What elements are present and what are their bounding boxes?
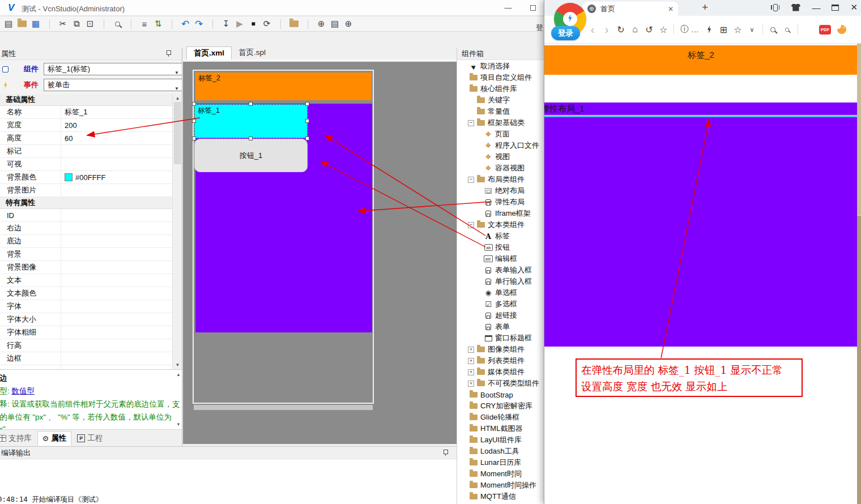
tree-item[interactable]: LayUI组件库 [457,434,545,446]
tree-item[interactable]: 程序入口文件 [457,140,545,151]
tree-item[interactable]: Lunar日历库 [457,457,545,468]
property-value[interactable]: 200 [61,121,77,130]
tree-expander[interactable]: + [468,347,474,353]
property-row[interactable]: 边框 [0,352,172,365]
property-value[interactable]: #00FFFF [61,173,105,182]
toolbar-icon[interactable] [111,18,123,30]
canvas-horizontal-scrollbar[interactable] [194,405,373,410]
event-selector[interactable]: 被单击▼ [44,79,182,91]
toolbar-icon[interactable]: ▤ [2,18,15,30]
pin-icon[interactable] [442,449,449,456]
property-row[interactable]: 字体大小 [0,313,172,326]
login-button[interactable]: 登录 [551,26,580,40]
tree-item[interactable]: 按钮 [457,242,545,253]
back-icon[interactable]: ‹ [589,23,596,36]
property-row[interactable]: 字体 [0,300,172,313]
tree-item[interactable]: − 文本类组件 [457,219,545,230]
tree-expander[interactable]: + [468,381,474,387]
selection-handle[interactable] [192,119,196,123]
tree-expander[interactable]: − [468,120,474,126]
search-icon[interactable] [769,27,777,32]
pin-icon[interactable] [165,50,172,57]
refresh-icon[interactable]: ↻ [617,24,625,35]
tree-item[interactable]: 标签 [457,230,545,242]
tree-item[interactable]: 单行输入框 [457,276,545,287]
toolbar-icon[interactable] [97,18,110,30]
tree-item[interactable]: 核心组件库 [457,83,545,95]
canvas-label1-selected[interactable]: 标签_1 [194,104,308,138]
toolbar-icon[interactable]: ↧ [220,18,232,30]
tab-properties[interactable]: ⚙属性 [37,431,72,446]
tree-item[interactable]: + 媒体类组件 [457,366,545,378]
tab-close-icon[interactable]: ✕ [668,5,674,13]
component-selector[interactable]: 标签_1(标签)▼ [44,63,182,75]
tree-item[interactable]: 表单输入框 [457,264,545,276]
selection-handle[interactable] [249,136,253,140]
tree-item[interactable]: 表单 [457,321,545,332]
property-row[interactable]: 高度 60 [0,132,172,145]
property-row[interactable]: 背景图片 [0,184,172,197]
property-grid-scrollbar[interactable]: ▲ ▼ [172,94,182,369]
property-row[interactable]: 特有属性 [0,197,172,209]
tree-item[interactable]: MQTT通信 [457,491,545,502]
night-mode-moon-icon[interactable] [837,25,846,34]
property-row[interactable]: 背景图像 [0,261,172,274]
scroll-up-icon[interactable]: ▲ [173,96,182,101]
restore-session-icon[interactable]: ↺ [645,24,653,35]
toolbar-icon[interactable]: ▦ [29,18,42,30]
selection-handle[interactable] [305,119,309,123]
tree-item[interactable]: CRY加密解密库 [457,400,545,412]
browser-maximize-button[interactable] [832,5,839,11]
tree-item[interactable]: Moment时间操作 [457,480,545,491]
tree-item[interactable]: 多选框 [457,298,545,310]
toolbar-icon[interactable] [301,18,314,30]
toolbar-icon[interactable] [43,18,56,30]
scroll-down-icon[interactable]: ▼ [173,362,182,368]
toolbar-icon[interactable]: ↷ [193,18,205,30]
site-info-icon[interactable]: ⓘ [680,24,688,35]
tab-support-libs[interactable]: 支持库 [0,431,36,446]
toolbar-icon[interactable]: ↶ [179,18,191,30]
property-row[interactable]: ID [0,209,172,222]
toolbar-icon[interactable]: ✂ [57,18,69,30]
tab-project[interactable]: P工程 [73,431,107,446]
canvas-label2[interactable]: 标签_2 [195,72,372,100]
tree-item[interactable]: 窗口标题框 [457,332,545,344]
toolbar-icon[interactable]: ⧉ [70,18,83,30]
property-row[interactable]: 行高 [0,339,172,352]
toolbar-icon[interactable]: ≡ [138,18,151,30]
document-tab[interactable]: 首页.spl [232,46,272,59]
tree-item[interactable]: − 框架基础类 [457,117,545,129]
tree-item[interactable]: 项目自定义组件 [457,72,545,83]
tree-item[interactable]: BootStrap [457,389,545,400]
property-value[interactable]: 60 [61,134,73,143]
tree-expander[interactable]: + [468,358,474,364]
selection-handle[interactable] [249,102,253,106]
browser-tab[interactable]: ⊕ 首页 ✕ [583,2,678,16]
toolbar-icon[interactable]: ⟳ [261,18,273,30]
property-row[interactable]: 基础属性 [0,94,172,106]
forward-icon[interactable]: › [603,23,611,36]
property-row[interactable]: 字体粗细 [0,326,172,339]
canvas-button1[interactable]: 按钮_1 [194,139,308,172]
favorites-star-icon[interactable]: ☆ [734,24,741,35]
toolbar-icon[interactable]: ⇅ [152,18,164,30]
tree-item[interactable]: 常量值 [457,106,545,117]
toolbar-icon[interactable]: ■ [247,18,259,30]
scroll-down-icon[interactable]: ▼ [176,422,181,427]
toolbar-icon[interactable] [274,18,287,30]
login-button-partial[interactable]: 登 [536,23,543,33]
tree-item[interactable]: 绝对布局 [457,185,545,197]
type-link[interactable]: 数值型 [12,387,35,395]
browser-close-button[interactable]: ✕ [850,2,858,12]
scroll-up-icon[interactable]: ▲ [176,372,181,377]
theme-skin-icon[interactable] [791,4,800,11]
ide-minimize-button[interactable]: — [501,3,515,13]
home-icon[interactable]: ⌂ [631,24,639,35]
tree-item[interactable]: + 不可视类型组件 [457,378,545,389]
tree-item[interactable]: Moment时间 [457,468,545,480]
new-tab-button[interactable]: + [702,1,708,14]
property-row[interactable]: 文本 [0,274,172,287]
property-row[interactable]: 背景 [0,248,172,261]
scrollbar-thumb[interactable] [174,102,181,164]
